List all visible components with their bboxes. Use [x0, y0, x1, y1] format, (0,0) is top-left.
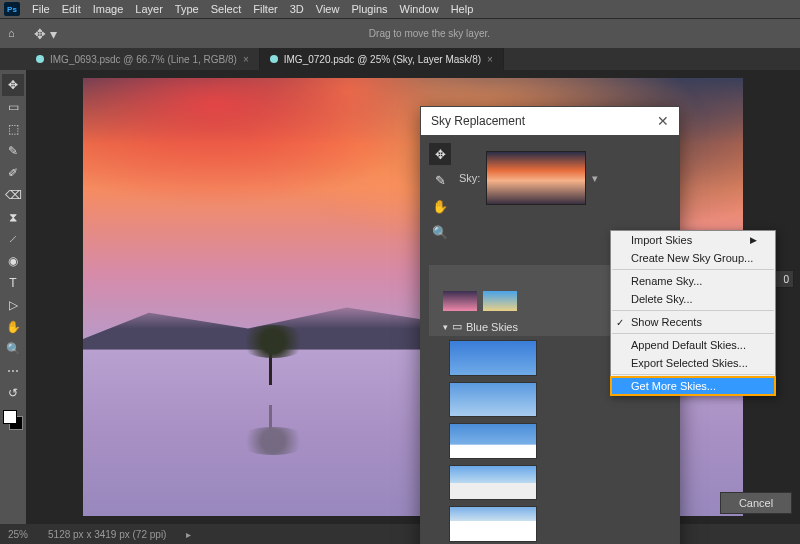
- tab-label: IMG_0693.psdc @ 66.7% (Line 1, RGB/8): [50, 54, 237, 65]
- chevron-right-icon: ▶: [750, 235, 757, 245]
- hand-tool[interactable]: ✋: [429, 195, 451, 217]
- tools-panel: ✥▭⬚✎✐⌫⧗⟋◉T▷✋🔍⋯↺: [0, 70, 26, 524]
- folder-icon: ▭: [452, 320, 462, 333]
- sky-preset-thumb[interactable]: [449, 506, 537, 542]
- home-icon[interactable]: ⌂: [8, 27, 24, 41]
- menu-item[interactable]: Import Skies▶: [611, 231, 775, 249]
- tool-button[interactable]: ⧗: [2, 206, 24, 228]
- tool-button[interactable]: ◉: [2, 250, 24, 272]
- sky-preset-thumb[interactable]: [449, 340, 537, 376]
- move-sky-tool[interactable]: ✥: [429, 143, 451, 165]
- dialog-tools: ✥ ✎ ✋ 🔍: [429, 143, 451, 243]
- menu-item-label: Append Default Skies...: [631, 339, 746, 351]
- menu-help[interactable]: Help: [445, 2, 480, 16]
- menu-layer[interactable]: Layer: [129, 2, 169, 16]
- menu-item-label: Import Skies: [631, 234, 692, 246]
- tool-button[interactable]: ✎: [2, 140, 24, 162]
- menu-image[interactable]: Image: [87, 2, 130, 16]
- recent-sky-thumb[interactable]: [483, 291, 517, 311]
- zoom-level[interactable]: 25%: [8, 529, 28, 540]
- menu-edit[interactable]: Edit: [56, 2, 87, 16]
- menubar: Ps FileEditImageLayerTypeSelectFilter3DV…: [0, 0, 800, 18]
- menu-item-label: Get More Skies...: [631, 380, 716, 392]
- dialog-titlebar[interactable]: Sky Replacement ✕: [421, 107, 679, 135]
- tool-button[interactable]: ✋: [2, 316, 24, 338]
- menu-item[interactable]: ✓Show Recents: [611, 313, 775, 331]
- move-tool-indicator[interactable]: ✥ ▾: [34, 26, 57, 42]
- cancel-button[interactable]: Cancel: [720, 492, 792, 514]
- menu-separator: [612, 374, 774, 375]
- menu-separator: [612, 269, 774, 270]
- check-icon: ✓: [616, 317, 624, 328]
- tool-button[interactable]: ▷: [2, 294, 24, 316]
- status-disclosure[interactable]: ▸: [186, 529, 191, 540]
- menu-view[interactable]: View: [310, 2, 346, 16]
- sky-thumbnail[interactable]: [486, 151, 586, 205]
- chevron-down-icon[interactable]: ▾: [592, 172, 598, 185]
- status-bar: 25% 5128 px x 3419 px (72 ppi) ▸: [0, 524, 800, 544]
- tool-button[interactable]: 🔍: [2, 338, 24, 360]
- close-icon[interactable]: ×: [487, 54, 493, 65]
- tool-button[interactable]: ↺: [2, 382, 24, 404]
- menu-item[interactable]: Export Selected Skies...: [611, 354, 775, 372]
- tab-label: IMG_0720.psdc @ 25% (Sky, Layer Mask/8): [284, 54, 481, 65]
- cloud-icon: [270, 55, 278, 63]
- close-icon[interactable]: ×: [243, 54, 249, 65]
- sky-preset-thumb[interactable]: [449, 382, 537, 418]
- sky-preset-thumb[interactable]: [449, 465, 537, 501]
- options-bar: ⌂ ✥ ▾ Drag to move the sky layer.: [0, 18, 800, 48]
- chevron-down-icon: ▾: [443, 322, 448, 332]
- zoom-tool[interactable]: 🔍: [429, 221, 451, 243]
- menu-item-label: Delete Sky...: [631, 293, 693, 305]
- tool-button[interactable]: ⋯: [2, 360, 24, 382]
- close-icon[interactable]: ✕: [657, 113, 669, 129]
- document-tabs: IMG_0693.psdc @ 66.7% (Line 1, RGB/8)×IM…: [0, 48, 800, 70]
- image-dimensions: 5128 px x 3419 px (72 ppi): [48, 529, 166, 540]
- menu-select[interactable]: Select: [205, 2, 248, 16]
- app-logo: Ps: [4, 2, 20, 16]
- recent-sky-thumb[interactable]: [443, 291, 477, 311]
- tool-button[interactable]: T: [2, 272, 24, 294]
- menu-3d[interactable]: 3D: [284, 2, 310, 16]
- tool-button[interactable]: ✥: [2, 74, 24, 96]
- menu-item-label: Export Selected Skies...: [631, 357, 748, 369]
- menu-item[interactable]: Create New Sky Group...: [611, 249, 775, 267]
- sky-options-menu: Import Skies▶Create New Sky Group...Rena…: [610, 230, 776, 396]
- cloud-icon: [36, 55, 44, 63]
- menu-item-label: Rename Sky...: [631, 275, 702, 287]
- tool-button[interactable]: ▭: [2, 96, 24, 118]
- menu-item[interactable]: Rename Sky...: [611, 272, 775, 290]
- tool-button[interactable]: ✐: [2, 162, 24, 184]
- menu-separator: [612, 310, 774, 311]
- menu-item-label: Show Recents: [631, 316, 702, 328]
- tool-button[interactable]: ⬚: [2, 118, 24, 140]
- tool-button[interactable]: ⟋: [2, 228, 24, 250]
- menu-filter[interactable]: Filter: [247, 2, 283, 16]
- menu-separator: [612, 333, 774, 334]
- document-tab[interactable]: IMG_0720.psdc @ 25% (Sky, Layer Mask/8)×: [260, 48, 504, 70]
- tool-button[interactable]: ⌫: [2, 184, 24, 206]
- sky-preset-thumb[interactable]: [449, 423, 537, 459]
- document-tab[interactable]: IMG_0693.psdc @ 66.7% (Line 1, RGB/8)×: [26, 48, 260, 70]
- menu-item[interactable]: Delete Sky...: [611, 290, 775, 308]
- menu-item[interactable]: Append Default Skies...: [611, 336, 775, 354]
- menu-file[interactable]: File: [26, 2, 56, 16]
- color-swatch[interactable]: [3, 410, 23, 430]
- menu-plugins[interactable]: Plugins: [345, 2, 393, 16]
- section-label: Blue Skies: [466, 321, 518, 333]
- menu-window[interactable]: Window: [394, 2, 445, 16]
- menu-item[interactable]: Get More Skies...: [611, 377, 775, 395]
- menu-type[interactable]: Type: [169, 2, 205, 16]
- dialog-title: Sky Replacement: [431, 114, 525, 128]
- menu-item-label: Create New Sky Group...: [631, 252, 753, 264]
- sky-brush-tool[interactable]: ✎: [429, 169, 451, 191]
- sky-label: Sky:: [459, 172, 480, 184]
- hint-text: Drag to move the sky layer.: [67, 28, 792, 39]
